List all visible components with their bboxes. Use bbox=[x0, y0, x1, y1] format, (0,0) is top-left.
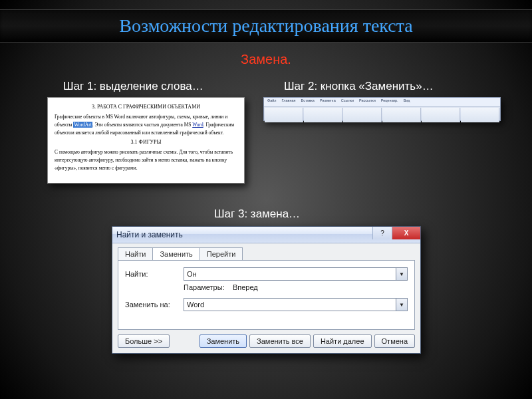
window-buttons: ? X bbox=[372, 227, 420, 239]
doc-paragraph2: С помощью автофигур можно рисовать разли… bbox=[55, 148, 237, 172]
ribbon-tab[interactable]: Рецензир. bbox=[380, 98, 399, 106]
button-row: Больше >> Заменить Заменить все Найти да… bbox=[118, 334, 415, 348]
tab-goto[interactable]: Перейти bbox=[200, 247, 243, 260]
ribbon-group bbox=[304, 108, 342, 122]
ribbon-tab[interactable]: Вставка bbox=[300, 98, 315, 106]
params-value: Вперед bbox=[233, 283, 258, 291]
step1-label: Шаг 1: выделение слова… bbox=[63, 80, 203, 93]
ribbon-group bbox=[422, 108, 460, 122]
slide-subtitle: Замена. bbox=[0, 52, 532, 67]
ribbon-tab[interactable]: Разметка bbox=[319, 98, 336, 106]
more-button[interactable]: Больше >> bbox=[118, 334, 170, 348]
replace-value: Word bbox=[187, 301, 204, 309]
replace-all-button[interactable]: Заменить все bbox=[249, 334, 311, 348]
tab-find[interactable]: Найти bbox=[118, 247, 153, 260]
dialog-title: Найти и заменить bbox=[116, 230, 183, 239]
dialog-tabs: Найти Заменить Перейти bbox=[112, 243, 420, 260]
tab-replace[interactable]: Заменить bbox=[152, 247, 200, 260]
ribbon-tab[interactable]: Рассылки bbox=[358, 98, 376, 106]
find-input[interactable]: Он ▼ bbox=[184, 267, 408, 281]
find-next-button[interactable]: Найти далее bbox=[313, 334, 372, 348]
replace-input[interactable]: Word ▼ bbox=[184, 298, 408, 311]
cancel-button[interactable]: Отмена bbox=[374, 334, 415, 348]
doc-paragraph1: Графические объекты в MS Word включают а… bbox=[55, 113, 237, 137]
ribbon-group bbox=[343, 108, 382, 122]
document-preview: 3. РАБОТА С ГРАФИЧЕСКИМИ ОБЪЕКТАМИ Графи… bbox=[47, 97, 245, 184]
ribbon-body bbox=[264, 107, 500, 123]
params-label: Параметры: bbox=[184, 283, 225, 291]
doc-heading2: 3.1 ФИГУРЫ bbox=[55, 138, 237, 147]
ribbon-tab[interactable]: Ссылки bbox=[340, 98, 354, 106]
help-button[interactable]: ? bbox=[372, 227, 392, 239]
slide: Возможности редактирования текста Замена… bbox=[0, 0, 532, 399]
find-replace-dialog: Найти и заменить ? X Найти Заменить Пере… bbox=[112, 226, 421, 354]
underlined-word: Word bbox=[192, 122, 203, 128]
dropdown-icon[interactable]: ▼ bbox=[396, 299, 407, 311]
ribbon-tab[interactable]: Файл bbox=[267, 98, 277, 106]
find-value: Он bbox=[187, 270, 197, 278]
step3-label: Шаг 3: замена… bbox=[214, 207, 300, 221]
find-row: Найти: Он ▼ bbox=[125, 267, 408, 281]
doc-heading1: 3. РАБОТА С ГРАФИЧЕСКИМИ ОБЪЕКТАМИ bbox=[55, 103, 237, 112]
dialog-panel: Найти: Он ▼ Параметры: Вперед Заменить н… bbox=[118, 260, 415, 330]
doc-text: . Эти объекты являются частью документа … bbox=[92, 122, 192, 128]
close-button[interactable]: X bbox=[392, 227, 420, 239]
ribbon-tab[interactable]: Главная bbox=[281, 98, 297, 106]
ribbon-group bbox=[382, 108, 421, 122]
ribbon-group bbox=[461, 108, 499, 122]
find-label: Найти: bbox=[125, 270, 184, 278]
replace-button[interactable]: Заменить bbox=[200, 334, 247, 348]
ribbon-tabs: Файл Главная Вставка Разметка Ссылки Рас… bbox=[264, 98, 500, 107]
highlighted-word: WordArt bbox=[73, 122, 92, 128]
replace-label: Заменить на: bbox=[125, 301, 184, 309]
params-row: Параметры: Вперед bbox=[184, 283, 408, 291]
step2-label: Шаг 2: кнопка «Заменить»… bbox=[284, 80, 434, 93]
ribbon-group bbox=[265, 108, 303, 122]
dropdown-icon[interactable]: ▼ bbox=[396, 268, 407, 280]
ribbon-preview: Файл Главная Вставка Разметка Ссылки Рас… bbox=[263, 97, 501, 121]
replace-row: Заменить на: Word ▼ bbox=[125, 298, 408, 311]
slide-title: Возможности редактирования текста bbox=[0, 9, 532, 43]
ribbon-tab[interactable]: Вид bbox=[403, 98, 411, 106]
dialog-titlebar: Найти и заменить ? X bbox=[112, 227, 420, 243]
